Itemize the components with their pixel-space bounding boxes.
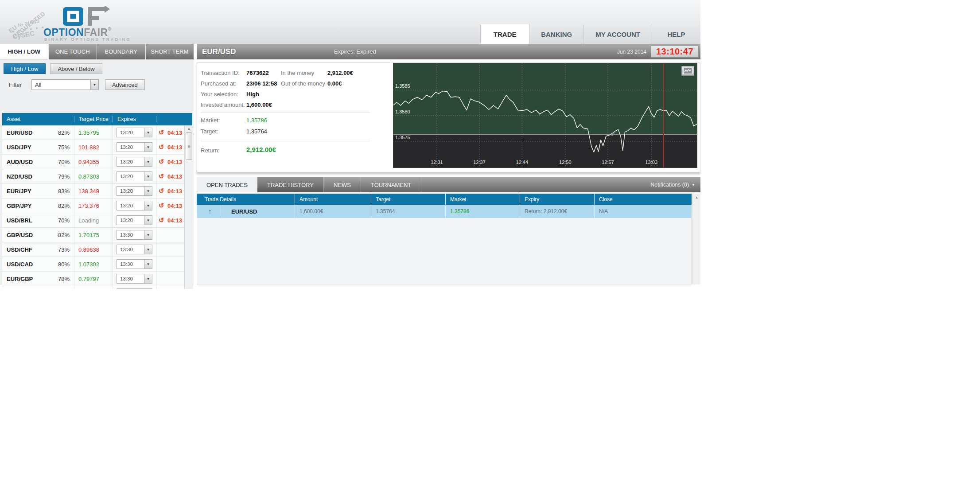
chevron-down-icon[interactable]: ▼ — [144, 172, 152, 181]
chevron-down-icon[interactable]: ▼ — [144, 245, 152, 254]
asset-cell: USD/CAD 80% — [2, 257, 74, 271]
filter-select[interactable]: All ▼ — [31, 79, 99, 90]
info-label: In the money — [281, 70, 314, 76]
col-target: Target — [371, 194, 446, 205]
asset-row[interactable]: USD/CAD 80% 1.07302 13:30 ▼ ↻ — [2, 257, 192, 272]
expiry-cell: 13:20 ▼ — [113, 199, 156, 213]
notifications-dropdown[interactable]: Notifications (0) ▼ — [650, 177, 695, 192]
chevron-down-icon[interactable]: ▼ — [144, 157, 152, 166]
tab-high-low[interactable]: HIGH / LOW — [0, 44, 49, 59]
info-value: 7673622 — [246, 70, 269, 76]
asset-pair-label: EUR/GBP — [7, 276, 33, 282]
asset-table: Asset Target Price Expires EUR/USD 82% 1… — [2, 113, 192, 289]
target-value: 1.35764 — [246, 128, 267, 135]
asset-row[interactable]: EUR/USD 82% 1.35795 13:20 ▼ ↻ 04:13 — [2, 125, 192, 140]
asset-list-scrollbar[interactable]: ▲ ≡ — [184, 125, 193, 289]
chevron-down-icon[interactable]: ▼ — [144, 216, 152, 225]
expiry-select[interactable]: 13:20 ▼ — [117, 128, 152, 137]
expiry-select[interactable]: 13:30 ▼ — [117, 245, 152, 254]
server-clock: 13:10:47 — [651, 46, 699, 58]
asset-row[interactable]: USD/CHF 73% 0.89638 13:30 ▼ ↻ — [2, 242, 192, 257]
expiry-select[interactable]: 13:20 ▼ — [117, 142, 152, 152]
expiry-select[interactable]: 13:20 ▼ — [117, 215, 152, 225]
asset-row[interactable]: NZD/USD 79% 0.87303 13:20 ▼ ↻ 04:13 — [2, 169, 192, 184]
advanced-button[interactable]: Advanced — [105, 79, 145, 90]
asset-row[interactable]: EUR/CHF 65% 1.21723 13:30 ▼ ↻ — [2, 286, 192, 289]
asset-pair-label: USD/CHF — [7, 246, 32, 253]
expiry-selected-value: 13:30 — [117, 261, 144, 267]
svg-text:1.3585: 1.3585 — [395, 83, 410, 89]
scroll-up-icon[interactable]: ▲ — [185, 125, 193, 131]
trade-market-value: 1.35786 — [450, 208, 469, 214]
open-trades-body: ↑ EUR/USD 1,600.00€ 1.35764 1.35786 Retu… — [197, 205, 692, 218]
expiry-cell: 13:30 ▼ — [113, 242, 156, 257]
expiry-select[interactable]: 13:30 ▼ — [117, 288, 152, 289]
trade-close-cell: N/A — [595, 205, 692, 218]
expiry-select[interactable]: 13:20 ▼ — [117, 201, 152, 210]
open-trade-row[interactable]: ↑ EUR/USD 1,600.00€ 1.35764 1.35786 Retu… — [197, 205, 692, 218]
target-price-cell: 101.882 — [74, 140, 113, 154]
chevron-down-icon[interactable]: ▼ — [144, 274, 152, 283]
tab-open-trades[interactable]: OPEN TRADES — [197, 177, 257, 192]
asset-row[interactable]: AUD/USD 70% 0.94355 13:20 ▼ ↻ 04:13 — [2, 155, 192, 169]
above-below-mode-button[interactable]: Above / Below — [50, 63, 102, 74]
trade-info-block: Transaction ID: 7673622 In the money 2,9… — [197, 63, 392, 172]
divider — [201, 113, 370, 113]
countdown-timer: 04:13 — [167, 217, 182, 224]
expiry-selected-value: 13:20 — [117, 218, 144, 223]
scroll-up-icon[interactable]: ▲ — [693, 194, 700, 199]
chevron-down-icon[interactable]: ▼ — [144, 260, 152, 269]
thumb-grip-icon: ≡ — [188, 144, 191, 149]
countdown-clock-icon: ↻ — [159, 187, 164, 195]
expiry-selected-value: 13:20 — [117, 130, 144, 135]
nav-tab-my-account[interactable]: MY ACCOUNT — [583, 24, 652, 44]
chevron-down-icon[interactable]: ▼ — [144, 230, 152, 239]
info-value: 23/06 12:58 — [246, 80, 277, 87]
trade-market-cell: 1.35786 — [446, 205, 520, 218]
target-price-value: 173.376 — [78, 203, 99, 209]
col-market: Market — [446, 194, 520, 205]
asset-row[interactable]: USD/BRL 70% Loading 13:20 ▼ ↻ 04:13 — [2, 213, 192, 228]
nav-tab-help[interactable]: HELP — [652, 24, 700, 44]
payout-percent: 70% — [58, 217, 70, 224]
chevron-down-icon[interactable]: ▼ — [144, 128, 152, 137]
tab-boundary[interactable]: BOUNDARY — [97, 44, 146, 59]
asset-pair-label: USD/BRL — [7, 217, 32, 224]
tab-news[interactable]: NEWS — [324, 177, 361, 192]
high-low-mode-button[interactable]: High / Low — [4, 63, 46, 74]
asset-row[interactable]: EUR/GBP 78% 0.79797 13:30 ▼ ↻ — [2, 272, 192, 286]
col-close: Close — [595, 194, 692, 205]
chevron-down-icon[interactable]: ▼ — [144, 201, 152, 210]
tab-one-touch[interactable]: ONE TOUCH — [49, 44, 97, 59]
chevron-down-icon[interactable]: ▼ — [90, 80, 98, 90]
expiry-select[interactable]: 13:20 ▼ — [117, 186, 152, 196]
payout-percent: 78% — [58, 276, 70, 282]
tab-trade-history[interactable]: TRADE HISTORY — [257, 177, 324, 192]
expiry-select[interactable]: 13:20 ▼ — [117, 171, 152, 181]
asset-pair-label: EUR/USD — [7, 129, 33, 136]
asset-row[interactable]: GBP/JPY 82% 173.376 13:20 ▼ ↻ 04:13 — [2, 199, 192, 213]
expiry-cell: 13:20 ▼ — [113, 213, 156, 227]
clock-time: 13:10:47 — [656, 47, 693, 57]
target-price-cell: 0.79797 — [74, 272, 113, 286]
nav-tab-banking[interactable]: BANKING — [529, 24, 583, 44]
target-price-value: 1.70175 — [78, 232, 99, 238]
filter-row: Filter All ▼ Advanced — [9, 79, 194, 90]
asset-row[interactable]: EUR/JPY 83% 138.349 13:20 ▼ ↻ 04:13 — [2, 184, 192, 199]
instrument-panel-body: High / Low Above / Below Filter All ▼ Ad… — [0, 59, 194, 285]
expiry-select[interactable]: 13:30 ▼ — [117, 274, 152, 284]
nav-tab-trade[interactable]: TRADE — [480, 24, 529, 44]
chevron-down-icon[interactable]: ▼ — [144, 187, 152, 195]
chart-type-button[interactable] — [681, 66, 694, 76]
asset-row[interactable]: GBP/USD 82% 1.70175 13:30 ▼ ↻ — [2, 228, 192, 242]
asset-row[interactable]: USD/JPY 75% 101.882 13:20 ▼ ↻ 04:13 — [2, 140, 192, 155]
expiry-select[interactable]: 13:30 ▼ — [117, 230, 152, 240]
expiry-select[interactable]: 13:20 ▼ — [117, 157, 152, 167]
trades-scrollbar[interactable]: ▲ — [692, 194, 700, 284]
chevron-down-icon[interactable]: ▼ — [144, 143, 152, 152]
tab-tournament[interactable]: TOURNAMENT — [361, 177, 421, 192]
expiry-select[interactable]: 13:30 ▼ — [117, 259, 152, 269]
expiry-cell: 13:20 ▼ — [113, 184, 156, 198]
scrollbar-thumb[interactable]: ≡ — [186, 132, 192, 160]
tab-short-term[interactable]: SHORT TERM — [146, 44, 194, 59]
